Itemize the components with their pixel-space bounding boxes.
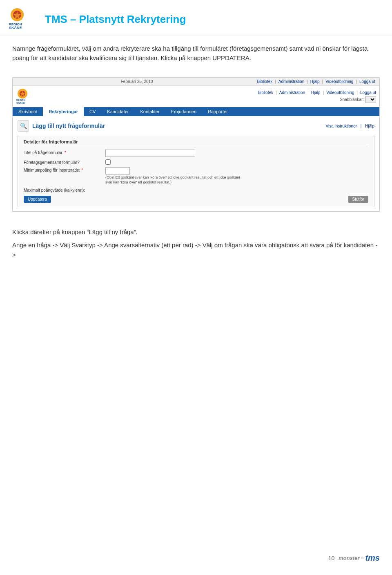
page-number: 10: [328, 555, 335, 562]
ss-content: 🔍 Lägg till nytt frågeformulär Visa inst…: [13, 116, 379, 211]
ss-btn-uppdatera[interactable]: Uppdatera: [24, 196, 51, 203]
skane-logo: REGION SKÅNE: [8, 7, 33, 30]
ss-skane-logo: REGION SKÅNE: [16, 88, 34, 105]
ss-form-section-title: Detaljer för frågeformulär: [24, 139, 368, 146]
ss-label-titel: Titel på frågeformulär: *: [24, 150, 105, 155]
ss-form-note: (Obs! Ett godkänt svar kan 'köra över' e…: [105, 175, 244, 185]
ss-nav-rekryteringar[interactable]: Rekryteringar: [43, 107, 84, 116]
ss-top-links: Bibliotek | Administration | Hjälp | Vid…: [257, 79, 375, 84]
ss-inner-logga-ut[interactable]: Logga ut: [360, 90, 376, 95]
sep1: |: [275, 79, 276, 84]
ss-snabblankar: Snabblänkar:: [38, 96, 376, 103]
sep3: |: [322, 79, 323, 84]
ss-nav-erbjudanden[interactable]: Erbjudanden: [165, 107, 202, 116]
ss-administration-link[interactable]: Administration: [278, 79, 304, 84]
monster-sup: ®: [361, 556, 364, 560]
ss-nav-rapporter[interactable]: Rapporter: [202, 107, 234, 116]
ss-form-box: Detaljer för frågeformulär Titel på fråg…: [18, 135, 374, 207]
intro-paragraph: Namnge frågeformuläret, välj om andra re…: [12, 44, 380, 63]
body-intro: Namnge frågeformuläret, välj om andra re…: [0, 36, 392, 69]
ss-action-sep: |: [361, 124, 363, 128]
ss-nav-cv[interactable]: CV: [84, 107, 101, 116]
ss-form-row-company: Företagsgemensamt formulär?: [24, 159, 368, 165]
after-paragraph-2: Ange en fråga -> Välj Svarstyp -> Ange s…: [12, 240, 380, 260]
svg-text:SKÅNE: SKÅNE: [16, 102, 25, 104]
ss-inner-administration[interactable]: Administration: [279, 90, 305, 95]
ss-inner-header: REGION SKÅNE Bibliotek | Administration …: [13, 86, 379, 107]
page-header: REGION SKÅNE TMS – Platsnytt Rekrytering: [0, 0, 392, 36]
ss-input-minpoang[interactable]: [105, 167, 130, 175]
after-paragraph-1: Klicka därefter på knappen “Lägg till ny…: [12, 227, 380, 237]
tms-logo: tms: [365, 553, 380, 563]
ss-page-header-row: 🔍 Lägg till nytt frågeformulär Visa inst…: [18, 120, 374, 132]
ss-action-hjalp[interactable]: Hjälp: [365, 124, 374, 128]
ss-form-row-minpoang: Minimumpoäng för insorterade: * (Obs! Et…: [24, 167, 368, 185]
ss-minpoang-wrapper: (Obs! Ett godkänt svar kan 'köra över' e…: [105, 167, 244, 185]
ss-nav-skrivbord[interactable]: Skrivbord: [13, 107, 43, 116]
logo-area: REGION SKÅNE: [8, 7, 41, 31]
page-footer: 10 monster ® tms: [328, 553, 380, 563]
ss-inner-videoutbildning[interactable]: Videoutbildning: [326, 90, 354, 95]
ss-btn-stutfor[interactable]: Stutför: [348, 196, 368, 203]
ss-form-page-title: Lägg till nytt frågeformulär: [32, 123, 105, 129]
ss-form-footer: Uppdatera Stutför: [24, 196, 368, 203]
ss-label-minpoang: Minimumpoäng för insorterade: *: [24, 167, 105, 172]
footer-logos: monster ® tms: [339, 553, 380, 563]
ss-form-row-titel: Titel på frågeformulär: *: [24, 150, 368, 157]
ss-date-bar: Februari 25, 2010 Bibliotek | Administra…: [13, 78, 379, 86]
sep4: |: [356, 79, 357, 84]
sep2: |: [307, 79, 308, 84]
screenshot-container: Februari 25, 2010 Bibliotek | Administra…: [12, 77, 380, 212]
ss-bibliotek-link[interactable]: Bibliotek: [257, 79, 272, 84]
ss-nav-kontakter[interactable]: Kontakter: [135, 107, 165, 116]
body-after: Klicka därefter på knappen “Lägg till ny…: [0, 220, 392, 267]
ss-header-right: Bibliotek | Administration | Hjälp | Vid…: [38, 90, 376, 103]
ss-inner-bibliotek[interactable]: Bibliotek: [258, 90, 273, 95]
ss-form-row-maxpoang: Maximalt poängvärde (kalkylerat):: [24, 187, 368, 192]
required-star-1: *: [65, 150, 66, 155]
ss-hjalp-link[interactable]: Hjälp: [310, 79, 320, 84]
ss-nav-kandidater[interactable]: Kandidater: [101, 107, 134, 116]
ss-search-icon: 🔍: [18, 120, 29, 132]
ss-inner-hjalp[interactable]: Hjälp: [311, 90, 321, 95]
ss-label-company: Företagsgemensamt formulär?: [24, 159, 105, 165]
ss-inner-top-links: Bibliotek | Administration | Hjälp | Vid…: [38, 90, 376, 95]
snabblankar-label: Snabblänkar:: [340, 97, 364, 102]
ss-page-actions: Visa instruktioner | Hjälp: [323, 124, 375, 128]
ss-logga-ut-link[interactable]: Logga ut: [359, 79, 375, 84]
svg-text:SKÅNE: SKÅNE: [9, 26, 22, 30]
svg-text:REGION: REGION: [16, 99, 25, 101]
ss-date: Februari 25, 2010: [121, 79, 153, 84]
monster-text: monster: [339, 555, 359, 561]
ss-navbar: Skrivbord Rekryteringar CV Kandidater Ko…: [13, 107, 379, 116]
snabblankar-select[interactable]: [365, 96, 376, 103]
required-star-2: *: [81, 168, 83, 172]
ss-videoutbildning-link[interactable]: Videoutbildning: [325, 79, 353, 84]
ss-label-maxpoang: Maximalt poängvärde (kalkylerat):: [24, 187, 105, 192]
ss-visa-instruktioner[interactable]: Visa instruktioner: [326, 124, 357, 128]
ss-input-titel[interactable]: [105, 150, 195, 157]
ss-checkbox-company[interactable]: [105, 159, 111, 165]
page-title-area: TMS – Platsnytt Rekrytering: [41, 13, 380, 26]
page-title: TMS – Platsnytt Rekrytering: [45, 13, 186, 25]
